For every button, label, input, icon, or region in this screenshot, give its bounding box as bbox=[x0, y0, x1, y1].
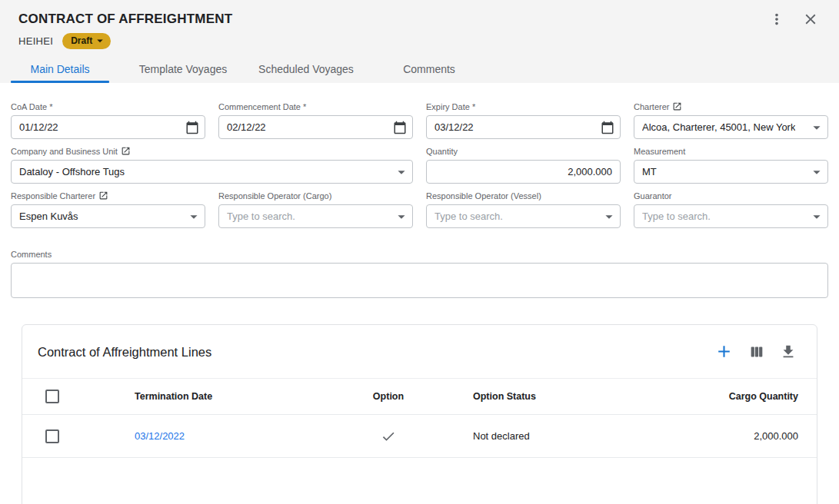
quantity-label: Quantity bbox=[426, 146, 621, 156]
tab-label: Comments bbox=[403, 63, 455, 75]
commencement-date-label: Commencement Date * bbox=[218, 101, 413, 111]
add-line-button[interactable] bbox=[713, 340, 735, 363]
header-subrow: HEIHEI Draft bbox=[18, 33, 821, 48]
col-header-cargo-quantity: Cargo Quantity bbox=[665, 391, 817, 402]
label-text: Responsible Operator (Vessel) bbox=[426, 191, 541, 201]
responsible-operator-vessel-select[interactable]: Type to search. bbox=[426, 204, 621, 228]
commencement-date-field: Commencement Date * bbox=[218, 101, 413, 139]
kebab-menu-icon bbox=[768, 11, 785, 28]
calendar-icon[interactable] bbox=[185, 121, 199, 134]
company-business-unit-field: Company and Business Unit Dataloy - Offs… bbox=[11, 146, 413, 184]
status-badge[interactable]: Draft bbox=[62, 33, 111, 49]
table-row: 03/12/2022 Not declared 2,000.000 bbox=[22, 415, 817, 458]
measurement-field: Measurement MT bbox=[634, 146, 828, 184]
company-business-unit-label: Company and Business Unit bbox=[11, 146, 413, 156]
caret-down-icon bbox=[93, 34, 107, 48]
chevron-down-icon bbox=[185, 208, 202, 225]
coa-lines-actions bbox=[713, 340, 798, 363]
label-text: Measurement bbox=[634, 147, 685, 156]
contract-of-affreightment-window: CONTRACT OF AFFREIGHTMENT HEIHEI Draft M… bbox=[0, 0, 839, 504]
quantity-field: Quantity bbox=[426, 146, 621, 184]
label-text: Commencement Date * bbox=[218, 102, 306, 111]
responsible-operator-cargo-select[interactable]: Type to search. bbox=[218, 204, 413, 228]
coa-lines-card: Contract of Affreightment Lines bbox=[22, 324, 817, 504]
coa-lines-table: Termination Date Option Option Status Ca… bbox=[22, 378, 817, 458]
label-text: Guarantor bbox=[634, 191, 672, 201]
responsible-operator-vessel-label: Responsible Operator (Vessel) bbox=[426, 191, 621, 201]
status-label: Draft bbox=[71, 35, 92, 46]
guarantor-label: Guarantor bbox=[634, 191, 828, 201]
measurement-select[interactable]: MT bbox=[634, 160, 828, 184]
measurement-label: Measurement bbox=[634, 146, 828, 156]
quantity-input[interactable] bbox=[426, 160, 621, 184]
charterer-select[interactable]: Alcoa, Charterer, 45001, New York bbox=[634, 115, 828, 139]
commencement-date-input[interactable] bbox=[218, 115, 413, 139]
page-title: CONTRACT OF AFFREIGHTMENT bbox=[18, 11, 232, 28]
tab-main-details[interactable]: Main Details bbox=[11, 56, 109, 83]
expiry-date-field: Expiry Date * bbox=[426, 101, 621, 139]
responsible-charterer-label: Responsible Charterer bbox=[11, 191, 205, 201]
contract-reference: HEIHEI bbox=[18, 35, 53, 47]
chevron-down-icon bbox=[808, 119, 825, 136]
col-header-termination-date: Termination Date bbox=[135, 391, 342, 402]
header: CONTRACT OF AFFREIGHTMENT HEIHEI Draft M… bbox=[0, 0, 839, 83]
chevron-down-icon bbox=[808, 164, 825, 181]
calendar-icon[interactable] bbox=[601, 121, 614, 134]
responsible-charterer-select[interactable]: Espen Kuvås bbox=[11, 204, 205, 228]
label-text: Comments bbox=[11, 250, 52, 259]
tab-bar: Main Details Template Voyages Scheduled … bbox=[11, 56, 821, 83]
tab-label: Main Details bbox=[30, 63, 89, 75]
select-all-checkbox[interactable] bbox=[45, 390, 59, 403]
tab-comments[interactable]: Comments bbox=[380, 56, 478, 83]
responsible-operator-vessel-field: Responsible Operator (Vessel) Type to se… bbox=[426, 191, 621, 228]
option-check-icon bbox=[381, 429, 396, 444]
label-text: Responsible Operator (Cargo) bbox=[218, 191, 331, 201]
charterer-value: Alcoa, Charterer, 45001, New York bbox=[642, 121, 795, 133]
external-link-icon[interactable] bbox=[121, 146, 131, 156]
external-link-icon[interactable] bbox=[672, 101, 682, 111]
guarantor-select[interactable]: Type to search. bbox=[634, 204, 828, 228]
chevron-down-icon bbox=[808, 208, 825, 225]
responsible-operator-cargo-field: Responsible Operator (Cargo) Type to sea… bbox=[218, 191, 413, 228]
tab-template-voyages[interactable]: Template Voyages bbox=[134, 56, 232, 83]
label-text: Company and Business Unit bbox=[11, 147, 118, 156]
more-options-button[interactable] bbox=[767, 9, 787, 29]
responsible-charterer-value: Espen Kuvås bbox=[19, 211, 78, 222]
header-actions bbox=[767, 9, 821, 29]
main-details-panel: CoA Date * Commencement Date * bbox=[0, 83, 839, 504]
download-icon bbox=[780, 343, 797, 360]
tab-scheduled-voyages[interactable]: Scheduled Voyages bbox=[257, 56, 355, 83]
coa-date-input[interactable] bbox=[11, 115, 205, 139]
download-button[interactable] bbox=[778, 342, 798, 362]
guarantor-placeholder: Type to search. bbox=[642, 211, 711, 222]
coa-lines-card-header: Contract of Affreightment Lines bbox=[22, 325, 817, 378]
form-grid: CoA Date * Commencement Date * bbox=[11, 101, 828, 301]
label-text: Quantity bbox=[426, 147, 458, 156]
label-text: Expiry Date * bbox=[426, 102, 475, 111]
calendar-icon[interactable] bbox=[393, 121, 407, 134]
responsible-operator-vessel-placeholder: Type to search. bbox=[434, 211, 503, 222]
chevron-down-icon bbox=[393, 164, 410, 181]
termination-date-link[interactable]: 03/12/2022 bbox=[135, 430, 185, 442]
comments-field: Comments bbox=[11, 249, 828, 301]
label-text: CoA Date * bbox=[11, 102, 52, 111]
company-business-unit-value: Dataloy - Offshore Tugs bbox=[19, 166, 125, 177]
coa-date-field: CoA Date * bbox=[11, 101, 205, 139]
tab-label: Scheduled Voyages bbox=[258, 63, 354, 75]
responsible-operator-cargo-placeholder: Type to search. bbox=[227, 211, 295, 222]
coa-date-label: CoA Date * bbox=[11, 101, 205, 111]
charterer-label: Charterer bbox=[634, 101, 828, 111]
expiry-date-label: Expiry Date * bbox=[426, 101, 621, 111]
expiry-date-input[interactable] bbox=[426, 115, 621, 139]
column-settings-button[interactable] bbox=[747, 342, 767, 362]
row-checkbox[interactable] bbox=[45, 429, 59, 443]
company-business-unit-select[interactable]: Dataloy - Offshore Tugs bbox=[11, 160, 413, 184]
comments-textarea[interactable] bbox=[11, 263, 828, 298]
close-button[interactable] bbox=[801, 9, 821, 29]
external-link-icon[interactable] bbox=[98, 191, 108, 201]
close-icon bbox=[802, 11, 819, 28]
columns-icon bbox=[748, 343, 765, 360]
plus-icon bbox=[714, 342, 734, 361]
option-status-cell: Not declared bbox=[434, 430, 665, 442]
chevron-down-icon bbox=[393, 208, 410, 225]
